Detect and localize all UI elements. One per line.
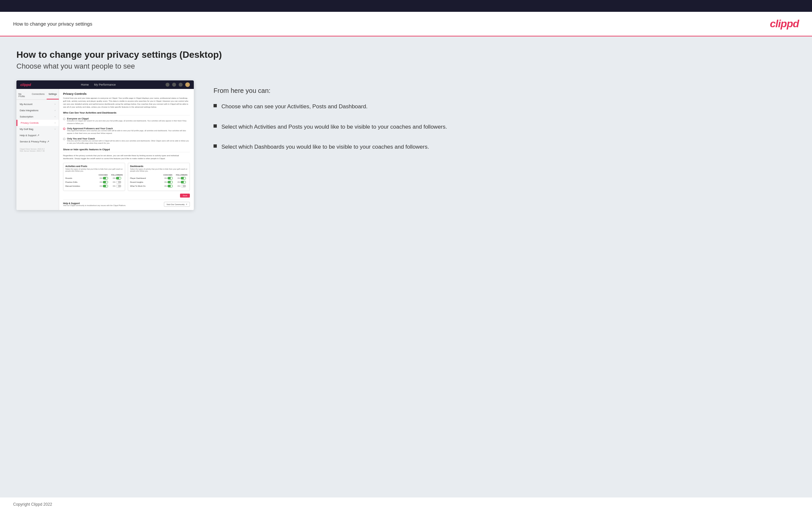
footer: Copyright Clippd 2022: [0, 498, 812, 507]
rounds-followers-toggle[interactable]: [116, 177, 121, 179]
radio-everyone[interactable]: Everyone on Clippd Everyone on Clippd ca…: [63, 117, 190, 125]
copyright-text: Copyright Clippd 2022: [13, 502, 52, 507]
dashboards-title: Dashboards: [130, 165, 188, 167]
who-can-see-heading: Who Can See Your Activities and Dashboar…: [63, 111, 190, 115]
show-hide-section: Show or hide specific features in Clippd…: [63, 148, 190, 198]
avatar-icon: [185, 82, 190, 87]
radio-approved-followers[interactable]: Only Approved Followers and Your Coach O…: [63, 127, 190, 134]
sidebar-tab-settings: Settings: [47, 92, 59, 100]
external-link-icon: ↗: [186, 203, 187, 206]
chevron-right-icon: ›: [55, 109, 55, 112]
privacy-controls-desc: Control how you and your data appears to…: [63, 97, 190, 109]
page-subheading: Choose what you want people to see: [16, 62, 796, 70]
dashboards-panel: Dashboards Select the types of activity …: [128, 163, 190, 191]
bullet-text-3: Select which Dashboards you would like t…: [221, 143, 429, 151]
work-on-followers-toggle[interactable]: [181, 185, 186, 187]
bullet-item-3: Select which Dashboards you would like t…: [213, 143, 796, 151]
round-insights-followers-toggle[interactable]: [181, 181, 186, 183]
sidebar-tab-profile: My Profile: [16, 92, 30, 100]
app-logo: clippd: [20, 83, 31, 87]
help-desc: Visit our Clippd community to troublesho…: [63, 205, 126, 207]
radio-only-you[interactable]: Only You and Your Coach Only you and the…: [63, 137, 190, 145]
bullet-item-2: Select which Activities and Posts you wo…: [213, 123, 796, 131]
help-title: Help & Support: [63, 202, 126, 205]
app-main-panel: Privacy Controls Control how you and you…: [59, 89, 194, 210]
work-on-coaches-toggle[interactable]: [167, 185, 173, 187]
grid-icon: [172, 83, 176, 87]
show-hide-heading: Show or hide specific features in Clippd: [63, 148, 190, 152]
page-heading: How to change your privacy settings (Des…: [16, 50, 796, 60]
radio-button[interactable]: [63, 138, 65, 140]
app-nav-performance: My Performance: [94, 83, 116, 86]
app-body: My Profile Connections Settings My Accou…: [16, 89, 194, 210]
sidebar-item-subscription[interactable]: Subscription ›: [16, 114, 59, 120]
save-button[interactable]: Save: [180, 193, 190, 198]
sidebar-item-service-privacy[interactable]: Service & Privacy Policy ↗: [16, 138, 59, 145]
app-nav-links: Home My Performance: [81, 83, 116, 86]
bullet-square: [213, 104, 217, 107]
toggle-row-practice: Practice Drills ON ON: [65, 181, 123, 183]
manual-coaches-toggle[interactable]: [103, 185, 108, 187]
sidebar-item-account[interactable]: My Account ›: [16, 101, 59, 107]
clippd-logo: clippd: [770, 18, 799, 30]
player-dash-followers-toggle[interactable]: [181, 177, 186, 179]
toggle-row-rounds: Rounds ON ON: [65, 177, 123, 179]
activities-panel: Activities and Posts Select the types of…: [63, 163, 125, 191]
bullet-square: [213, 145, 217, 148]
toggle-row-what-to-work: What To Work On ON ON: [130, 185, 188, 187]
toggle-row-manual: Manual Activities ON ON: [65, 185, 123, 187]
sidebar-item-help-support[interactable]: Help & Support ↗: [16, 132, 59, 138]
app-nav-icons: [165, 82, 190, 87]
show-hide-desc: Regardless of the privacy controls that …: [63, 154, 190, 160]
features-grid: Activities and Posts Select the types of…: [63, 163, 190, 191]
chevron-right-icon: ›: [55, 115, 55, 118]
screenshot-mockup: clippd Home My Performance My Profil: [16, 80, 194, 210]
round-insights-coaches-toggle[interactable]: [167, 181, 173, 183]
sidebar-version: Clippd Client Version: 2022.8.2SQL Serve…: [16, 145, 59, 153]
help-section: Help & Support Visit our Clippd communit…: [63, 200, 190, 207]
sidebar-item-golf-bag[interactable]: My Golf Bag ›: [16, 126, 59, 132]
sidebar-tabs: My Profile Connections Settings: [16, 92, 59, 100]
header: How to change your privacy settings clip…: [0, 12, 812, 37]
app-nav-home: Home: [81, 83, 89, 86]
bullet-text-2: Select which Activities and Posts you wo…: [221, 123, 447, 131]
right-panel: From here you can: Choose who can see yo…: [213, 80, 796, 163]
rounds-coaches-toggle[interactable]: [103, 177, 108, 179]
save-row: Save: [63, 193, 190, 198]
app-sidebar: My Profile Connections Settings My Accou…: [16, 89, 59, 210]
bullet-item-1: Choose who can see your Activities, Post…: [213, 102, 796, 111]
activities-desc: Select the types of activity that you'd …: [65, 168, 123, 172]
toggle-row-player-dashboard: Player Dashboard ON ON: [130, 177, 188, 179]
settings-icon: [179, 83, 183, 87]
sidebar-item-data-integrations[interactable]: Data Integrations ›: [16, 107, 59, 114]
toggle-row-round-insights: Round Insights ON ON: [130, 181, 188, 183]
bullet-text-1: Choose who can see your Activities, Post…: [221, 102, 367, 111]
activities-title: Activities and Posts: [65, 165, 123, 167]
manual-followers-toggle[interactable]: [116, 185, 121, 187]
header-title: How to change your privacy settings: [13, 21, 92, 26]
main-content: How to change your privacy settings (Des…: [0, 37, 812, 498]
bullet-list: Choose who can see your Activities, Post…: [213, 102, 796, 151]
search-icon: [165, 83, 169, 87]
practice-followers-toggle[interactable]: [116, 181, 121, 183]
visit-community-button[interactable]: Visit Our Community ↗: [164, 202, 190, 207]
top-nav-bar: [0, 0, 812, 12]
practice-coaches-toggle[interactable]: [103, 181, 108, 183]
chevron-right-icon: ›: [55, 103, 55, 106]
bullet-square: [213, 124, 217, 128]
player-dash-coaches-toggle[interactable]: [167, 177, 173, 179]
radio-button-selected[interactable]: [63, 128, 65, 130]
chevron-right-icon: ›: [55, 121, 55, 124]
sidebar-item-privacy-controls[interactable]: Privacy Controls ›: [16, 120, 59, 126]
content-row: clippd Home My Performance My Profil: [16, 80, 796, 210]
radio-button[interactable]: [63, 118, 65, 120]
from-here-heading: From here you can:: [213, 87, 796, 95]
sidebar-tab-connections: Connections: [30, 92, 47, 100]
privacy-controls-title: Privacy Controls: [63, 92, 190, 96]
dashboards-desc: Select the types of activity that you'd …: [130, 168, 188, 172]
app-nav-bar: clippd Home My Performance: [16, 80, 194, 89]
chevron-right-icon: ›: [55, 128, 55, 130]
